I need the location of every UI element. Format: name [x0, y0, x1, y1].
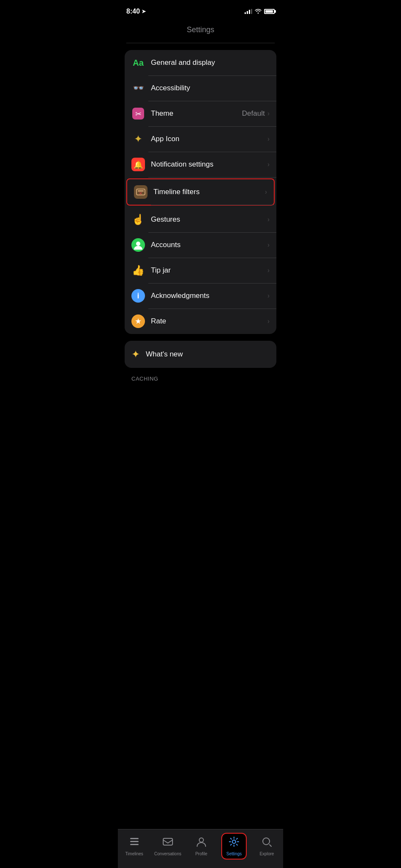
settings-item-notification[interactable]: 🔔 Notification settings ›: [125, 152, 276, 177]
rate-label: Rate: [151, 317, 267, 326]
svg-text:🔔: 🔔: [134, 160, 143, 170]
timeline-filters-icon: ✕: [134, 185, 148, 199]
acknowledgments-icon: i: [131, 289, 145, 303]
battery-icon: [264, 9, 275, 14]
whats-new-icon: ✦: [131, 348, 140, 360]
notification-chevron: ›: [267, 161, 270, 168]
settings-item-acknowledgments[interactable]: i Acknowledgments ›: [125, 283, 276, 309]
tip-jar-icon: 👍: [131, 264, 145, 277]
accessibility-icon: 👓: [131, 81, 145, 95]
theme-icon: ✂: [131, 107, 145, 120]
accounts-label: Accounts: [151, 241, 267, 249]
general-display-label: General and display: [151, 58, 270, 67]
notification-icon: 🔔: [131, 158, 145, 171]
section-divider: [126, 43, 275, 43]
app-icon-chevron: ›: [267, 135, 270, 143]
svg-text:✕: ✕: [139, 191, 142, 196]
tip-jar-label: Tip jar: [151, 266, 267, 275]
status-bar: 8:40 ➤: [118, 0, 283, 20]
whats-new-label: What's new: [146, 350, 183, 359]
settings-card: Aa General and display 👓 Accessibility ✂…: [125, 50, 276, 334]
accounts-chevron: ›: [267, 241, 270, 249]
theme-value: Default: [242, 109, 265, 118]
status-icons: [245, 8, 275, 15]
notification-label: Notification settings: [151, 160, 267, 169]
settings-item-tip-jar[interactable]: 👍 Tip jar ›: [125, 258, 276, 283]
settings-item-accounts[interactable]: Accounts ›: [125, 232, 276, 258]
rate-icon: ★: [131, 314, 145, 328]
settings-item-theme[interactable]: ✂ Theme Default ›: [125, 101, 276, 126]
settings-item-timeline-filters[interactable]: ✕ Timeline filters ›: [126, 178, 275, 206]
settings-item-general-display[interactable]: Aa General and display: [125, 50, 276, 75]
settings-item-app-icon[interactable]: ✦ App Icon ›: [125, 126, 276, 152]
general-display-icon: Aa: [131, 56, 145, 70]
app-icon-icon: ✦: [131, 132, 145, 146]
whats-new-card[interactable]: ✦ What's new: [125, 341, 276, 368]
theme-label: Theme: [151, 109, 242, 118]
caching-section-label: CACHING: [118, 371, 283, 384]
settings-item-rate[interactable]: ★ Rate ›: [125, 309, 276, 334]
svg-text:i: i: [137, 292, 139, 300]
acknowledgments-chevron: ›: [267, 292, 270, 300]
gestures-label: Gestures: [151, 215, 267, 224]
accessibility-label: Accessibility: [151, 84, 270, 92]
svg-text:★: ★: [135, 317, 142, 326]
svg-point-9: [136, 242, 140, 246]
timeline-filters-label: Timeline filters: [153, 188, 265, 196]
app-icon-label: App Icon: [151, 135, 267, 143]
location-icon: ➤: [142, 8, 146, 14]
tip-jar-chevron: ›: [267, 267, 270, 274]
status-time: 8:40 ➤: [126, 8, 146, 15]
wifi-icon: [255, 8, 262, 15]
acknowledgments-label: Acknowledgments: [151, 292, 267, 300]
accounts-icon: [131, 238, 145, 252]
svg-text:✂: ✂: [135, 110, 142, 118]
gestures-chevron: ›: [267, 216, 270, 223]
time-display: 8:40: [126, 8, 140, 15]
settings-item-gestures[interactable]: ☝ Gestures ›: [125, 207, 276, 232]
signal-bars: [245, 9, 252, 14]
rate-chevron: ›: [267, 317, 270, 325]
settings-item-accessibility[interactable]: 👓 Accessibility: [125, 75, 276, 101]
page-title: Settings: [118, 20, 283, 43]
theme-chevron: ›: [267, 110, 270, 117]
timeline-filters-chevron: ›: [265, 188, 267, 196]
gestures-icon: ☝: [131, 213, 145, 226]
